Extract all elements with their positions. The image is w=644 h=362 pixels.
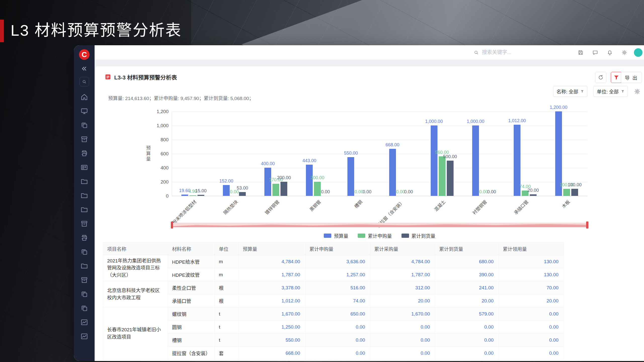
value-cell[interactable]: 20.00 — [435, 294, 499, 307]
bar-累计到货量[interactable] — [447, 161, 454, 196]
table-row[interactable]: 槽钢t550.000.000.000.000.00 — [103, 334, 564, 347]
export-button[interactable]: 导 出 — [621, 72, 642, 83]
datazoom-right-handle[interactable] — [586, 221, 588, 229]
legend-item-累计到货量[interactable]: 累计到货量 — [401, 232, 435, 239]
refresh-button[interactable] — [595, 72, 606, 83]
value-cell[interactable]: 0.00 — [435, 347, 499, 360]
global-search[interactable] — [473, 50, 520, 55]
message-icon[interactable] — [592, 50, 598, 56]
sidebar-item-11[interactable] — [80, 234, 88, 242]
sidebar-item-17[interactable] — [80, 318, 88, 326]
value-cell[interactable]: 74.00 — [305, 294, 370, 307]
value-cell[interactable]: 4,784.00 — [370, 255, 435, 268]
bar-预算量[interactable] — [223, 185, 230, 196]
value-cell[interactable]: 1,670.00 — [239, 307, 305, 321]
table-row[interactable]: 圆钢t1,250.000.000.000.000.00 — [103, 321, 564, 334]
value-cell[interactable]: 1,012.00 — [239, 294, 305, 307]
sidebar-item-13[interactable] — [80, 262, 88, 270]
bell-icon[interactable] — [607, 50, 613, 56]
sidebar-item-2[interactable] — [80, 107, 88, 115]
value-cell[interactable]: 0.00 — [499, 307, 564, 321]
bar-预算量[interactable] — [347, 157, 354, 196]
sidebar-item-14[interactable] — [80, 276, 88, 284]
value-cell[interactable]: 0.00 — [499, 321, 564, 334]
value-cell[interactable]: 20.00 — [370, 294, 435, 307]
sidebar-item-15[interactable] — [80, 290, 88, 298]
bar-预算量[interactable] — [472, 125, 479, 196]
value-cell[interactable]: 516.00 — [305, 281, 370, 294]
table-row[interactable]: 提拉窗（含安装）套668.000.000.000.000.00 — [103, 347, 564, 360]
sidebar-item-18[interactable] — [80, 332, 88, 340]
table-row[interactable]: 2021年热力集团老旧供热管网及设施改造项目三标（大兴区）HDPE给水管m4,7… — [103, 255, 564, 268]
value-cell[interactable]: 1,257.00 — [305, 268, 370, 281]
bar-累计到货量[interactable] — [239, 192, 246, 196]
value-cell[interactable]: 650.00 — [305, 307, 370, 321]
filter-button[interactable] — [611, 72, 622, 83]
table-row[interactable]: 北京信息科技大学老校区校内大市政工程柔性企口管根3,378.00516.0031… — [103, 281, 564, 294]
value-cell[interactable]: 241.00 — [435, 281, 499, 294]
value-cell[interactable]: 3,636.00 — [305, 255, 370, 268]
sidebar-item-4[interactable] — [80, 135, 88, 143]
sidebar-item-10[interactable] — [80, 220, 88, 228]
value-cell[interactable]: 668.00 — [239, 347, 305, 360]
sidebar-search-button[interactable] — [79, 77, 89, 86]
bar-累计到货量[interactable] — [280, 182, 287, 196]
table-row[interactable]: 承插口管根1,012.0074.0020.0020.0020.00 — [103, 294, 564, 307]
value-cell[interactable]: 0.00 — [435, 334, 499, 347]
sidebar-item-16[interactable] — [80, 304, 88, 312]
gear-icon[interactable] — [621, 50, 627, 56]
sidebar-item-6[interactable] — [80, 163, 88, 171]
value-cell[interactable]: 0.00 — [370, 321, 435, 334]
bar-累计申购量[interactable] — [189, 195, 196, 196]
value-cell[interactable]: 550.00 — [239, 334, 305, 347]
chart-datazoom-slider[interactable] — [172, 223, 587, 227]
value-cell[interactable]: 0.00 — [305, 334, 370, 347]
value-cell[interactable]: 70.00 — [499, 281, 564, 294]
value-cell[interactable]: 1,787.00 — [370, 268, 435, 281]
value-cell[interactable]: 4,784.00 — [239, 255, 305, 268]
column-settings-gear-icon[interactable] — [634, 88, 640, 95]
sidebar-item-3[interactable] — [80, 121, 88, 129]
table-row[interactable]: 长春市2021年城镇老旧小区改造项目螺纹钢t1,670.00650.001,67… — [103, 307, 564, 321]
value-cell[interactable]: 0.00 — [305, 321, 370, 334]
table-row[interactable]: HDPE波纹管m1,787.001,257.001,787.00390.0013… — [103, 268, 564, 281]
bar-累计申购量[interactable] — [439, 156, 446, 196]
bar-累计申购量[interactable] — [563, 189, 570, 196]
legend-item-累计申购量[interactable]: 累计申购量 — [358, 232, 392, 239]
collapse-sidebar-icon[interactable] — [81, 65, 88, 72]
bar-预算量[interactable] — [389, 149, 396, 196]
sidebar-item-5[interactable] — [80, 149, 88, 157]
datazoom-left-handle[interactable] — [171, 221, 173, 229]
name-filter-dropdown[interactable]: 名称: 全部 — [553, 86, 588, 97]
sidebar-item-12[interactable] — [80, 248, 88, 256]
value-cell[interactable]: 312.00 — [370, 281, 435, 294]
bar-累计到货量[interactable] — [530, 194, 537, 196]
sidebar-item-8[interactable] — [80, 192, 88, 200]
sidebar-item-1[interactable] — [80, 93, 88, 101]
value-cell[interactable]: 0.00 — [370, 334, 435, 347]
user-avatar[interactable] — [634, 48, 642, 57]
sidebar-item-7[interactable] — [80, 177, 88, 186]
bar-累计申购量[interactable] — [272, 184, 279, 196]
legend-item-预算量[interactable]: 预算量 — [324, 232, 348, 239]
bar-累计申购量[interactable] — [314, 182, 321, 196]
value-cell[interactable]: 1,250.00 — [239, 321, 305, 334]
bar-累计到货量[interactable] — [197, 195, 204, 196]
value-cell[interactable]: 130.00 — [499, 268, 564, 281]
value-cell[interactable]: 1,787.00 — [239, 268, 305, 281]
value-cell[interactable]: 0.00 — [305, 347, 370, 360]
bar-累计到货量[interactable] — [571, 189, 578, 196]
sidebar-item-9[interactable] — [80, 206, 88, 214]
search-input[interactable] — [482, 50, 520, 55]
bar-预算量[interactable] — [181, 195, 188, 196]
value-cell[interactable]: 3,378.00 — [239, 281, 305, 294]
value-cell[interactable]: 130.00 — [499, 255, 564, 268]
value-cell[interactable]: 1,670.00 — [370, 307, 435, 321]
value-cell[interactable]: 579.00 — [435, 307, 499, 321]
save-icon[interactable] — [578, 50, 584, 56]
unit-filter-dropdown[interactable]: 单位: 全部 — [593, 86, 628, 97]
value-cell[interactable]: 0.00 — [435, 321, 499, 334]
value-cell[interactable]: 0.00 — [499, 334, 564, 347]
value-cell[interactable]: 0.00 — [499, 347, 564, 360]
value-cell[interactable]: 0.00 — [370, 347, 435, 360]
